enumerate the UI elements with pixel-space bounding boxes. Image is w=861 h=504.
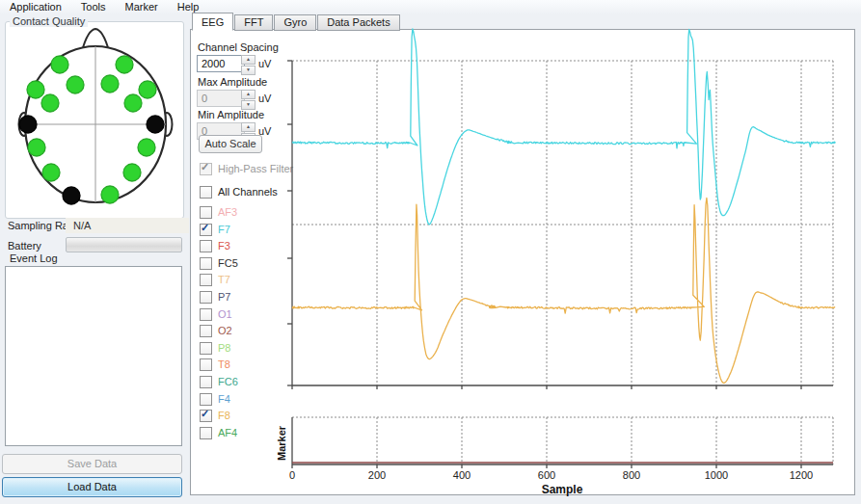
- channel-checkbox-f4[interactable]: [200, 393, 212, 406]
- checkmark-icon: ✓: [201, 161, 209, 173]
- sensor-o2: [123, 164, 141, 181]
- max-amplitude-label: Max Amplitude: [198, 76, 267, 88]
- tab-fft[interactable]: FFT: [234, 14, 273, 31]
- channel-checkbox-af4[interactable]: [200, 427, 212, 439]
- channel-label-f4: F4: [218, 393, 230, 405]
- channel-label-o1: O1: [218, 308, 232, 320]
- max-amplitude-input[interactable]: 0: [197, 90, 245, 107]
- channel-label-t7: T7: [218, 274, 230, 285]
- channel-checkbox-p8[interactable]: [200, 342, 212, 355]
- channel-label-o2: O2: [218, 325, 232, 336]
- tab-strip: EEGFFTGyroData Packets: [192, 13, 401, 30]
- menu-bar: ApplicationToolsMarkerHelp: [0, 0, 861, 14]
- channel-checkbox-fc6[interactable]: [200, 376, 212, 388]
- sensor-t7: [19, 116, 37, 133]
- sensor-t8: [147, 116, 164, 133]
- channel-checkbox-o1[interactable]: [200, 308, 212, 321]
- channel-checkbox-t8[interactable]: [200, 358, 212, 371]
- event-log-box[interactable]: [5, 266, 182, 446]
- channel-label-t8: T8: [218, 358, 230, 370]
- event-log-title: Event Log: [10, 252, 58, 264]
- checkmark-icon: ✓: [201, 408, 209, 420]
- stepper-down-icon[interactable]: ▼: [241, 66, 256, 75]
- sensor-f4: [101, 75, 119, 93]
- auto-scale-button[interactable]: Auto Scale: [199, 135, 262, 153]
- max-amplitude-stepper[interactable]: ▲ ▼: [241, 90, 254, 107]
- tab-data-packets[interactable]: Data Packets: [317, 14, 399, 31]
- sensor-f7: [27, 81, 44, 98]
- tab-eeg[interactable]: EEG: [192, 13, 233, 31]
- channel-label-af4: AF4: [218, 427, 237, 438]
- channel-checkbox-p7[interactable]: [200, 291, 212, 304]
- channel-checkbox-fc5[interactable]: [200, 257, 212, 270]
- sensor-o1: [42, 164, 60, 181]
- channel-label-f7: F7: [218, 224, 230, 235]
- all-channels-label: All Channels: [218, 186, 278, 198]
- save-data-button[interactable]: Save Data: [2, 454, 182, 474]
- high-pass-filter-checkbox[interactable]: ✓: [200, 163, 212, 175]
- battery-progress-bar: [66, 237, 182, 252]
- sampling-rate-value: N/A: [66, 218, 189, 233]
- channel-label-fc5: FC5: [218, 257, 238, 269]
- max-amplitude-unit: uV: [258, 93, 271, 104]
- sensor-fc5: [41, 94, 59, 112]
- channel-checkbox-o2[interactable]: [200, 325, 212, 337]
- sensor-af4: [116, 56, 133, 73]
- channel-checkbox-f3[interactable]: [200, 240, 212, 252]
- head-sensor-map: [6, 22, 183, 218]
- channel-label-fc6: FC6: [218, 376, 238, 387]
- channel-label-p8: P8: [218, 342, 230, 354]
- channel-spacing-stepper[interactable]: ▲ ▼: [241, 55, 254, 72]
- checkmark-icon: ✓: [201, 222, 209, 234]
- menu-marker[interactable]: Marker: [116, 0, 168, 14]
- sensor-drl: [101, 186, 119, 203]
- testbench-window: ApplicationToolsMarkerHelp Contact Quali…: [0, 0, 861, 504]
- all-channels-checkbox[interactable]: [200, 186, 212, 199]
- sensor-p7: [28, 139, 45, 156]
- channel-label-p7: P7: [218, 291, 230, 303]
- sensor-p8: [138, 139, 155, 156]
- channel-checkbox-t7[interactable]: [200, 274, 212, 286]
- channel-spacing-input[interactable]: 2000: [197, 55, 245, 72]
- high-pass-filter-label: High-Pass Filter: [218, 163, 293, 174]
- sensor-cms: [63, 187, 80, 204]
- channel-spacing-label: Channel Spacing: [198, 41, 279, 53]
- battery-label: Battery: [8, 240, 41, 252]
- sensor-fc6: [124, 94, 142, 112]
- channel-label-f3: F3: [218, 240, 230, 252]
- sensor-af3: [51, 56, 68, 73]
- contact-quality-title: Contact Quality: [10, 15, 88, 27]
- stepper-up-icon[interactable]: ▲: [241, 55, 256, 65]
- menu-application[interactable]: Application: [0, 0, 71, 14]
- sensor-f8: [139, 81, 156, 98]
- load-data-button[interactable]: Load Data: [2, 477, 182, 497]
- channel-checkbox-af3[interactable]: [200, 206, 212, 219]
- menu-tools[interactable]: Tools: [71, 0, 116, 14]
- channel-checkbox-f8[interactable]: ✓: [200, 410, 212, 422]
- stepper-up-icon[interactable]: ▲: [241, 90, 256, 99]
- channel-label-af3: AF3: [218, 206, 237, 218]
- tab-gyro[interactable]: Gyro: [274, 14, 316, 31]
- contact-quality-panel: [5, 21, 184, 219]
- stepper-up-icon[interactable]: ▲: [241, 122, 256, 132]
- channel-label-f8: F8: [218, 410, 230, 421]
- min-amplitude-label: Min Amplitude: [198, 109, 264, 120]
- channel-spacing-unit: uV: [258, 58, 271, 69]
- channel-checkbox-f7[interactable]: ✓: [200, 224, 212, 236]
- sensor-f3: [67, 76, 84, 93]
- eeg-tab-page: [190, 29, 855, 495]
